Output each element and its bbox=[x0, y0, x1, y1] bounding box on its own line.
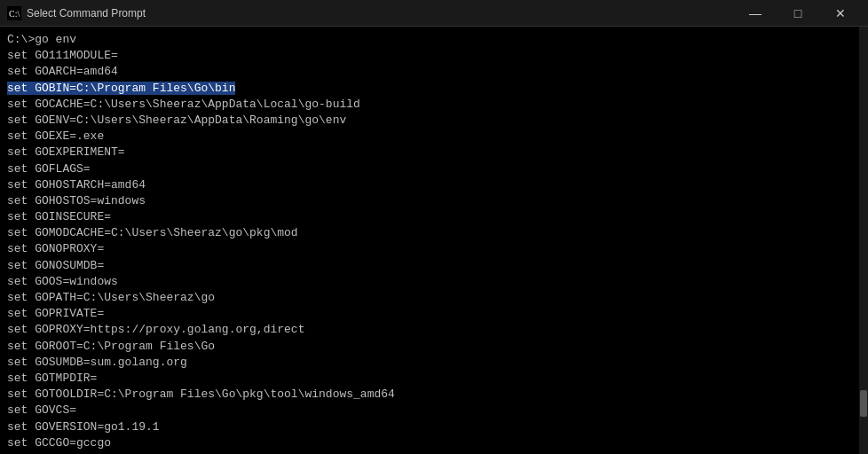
title-bar: C:\ Select Command Prompt — □ ✕ bbox=[0, 0, 868, 27]
terminal-line: set GOTOOLDIR=C:\Program Files\Go\pkg\to… bbox=[7, 387, 861, 403]
terminal-line: set GOEXE=.exe bbox=[7, 129, 861, 145]
terminal-line: set GOCACHE=C:\Users\Sheeraz\AppData\Loc… bbox=[7, 97, 861, 113]
scrollbar[interactable] bbox=[859, 27, 868, 454]
terminal-output: C:\>go envset GO111MODULE=set GOARCH=amd… bbox=[7, 32, 861, 454]
minimize-button[interactable]: — bbox=[735, 0, 776, 27]
terminal-line: set GOMODCACHE=C:\Users\Sheeraz\go\pkg\m… bbox=[7, 225, 861, 241]
terminal-line: set GOEXPERIMENT= bbox=[7, 145, 861, 160]
window-title: Select Command Prompt bbox=[27, 7, 146, 20]
terminal-line: set GOPATH=C:\Users\Sheeraz\go bbox=[7, 290, 861, 306]
terminal-line: set GO111MODULE= bbox=[7, 48, 861, 64]
title-controls: — □ ✕ bbox=[735, 0, 861, 27]
terminal-line: set GCCGO=gccgo bbox=[7, 435, 861, 451]
highlighted-text: set GOBIN=C:\Program Files\Go\bin bbox=[7, 82, 235, 95]
terminal-line: set GOENV=C:\Users\Sheeraz\AppData\Roami… bbox=[7, 113, 861, 129]
terminal-line: C:\>go env bbox=[7, 32, 861, 48]
svg-text:C:\: C:\ bbox=[9, 9, 20, 19]
terminal-line: set GOARCH=amd64 bbox=[7, 64, 861, 80]
title-left: C:\ Select Command Prompt bbox=[7, 6, 146, 20]
terminal-line: set GOVCS= bbox=[7, 403, 861, 419]
terminal-icon: C:\ bbox=[7, 6, 21, 20]
maximize-button[interactable]: □ bbox=[777, 0, 818, 27]
terminal-line: set GOBIN=C:\Program Files\Go\bin bbox=[7, 81, 861, 97]
terminal-line: set GONOSUMDB= bbox=[7, 258, 861, 274]
terminal-line: set GOROOT=C:\Program Files\Go bbox=[7, 339, 861, 355]
terminal-line: set GOFLAGS= bbox=[7, 161, 861, 177]
terminal-line: set GOINSECURE= bbox=[7, 209, 861, 225]
terminal-line: set GOVERSION=go1.19.1 bbox=[7, 419, 861, 435]
terminal-line: set GOHOSTARCH=amd64 bbox=[7, 177, 861, 193]
terminal-body: C:\>go envset GO111MODULE=set GOARCH=amd… bbox=[0, 27, 868, 454]
terminal-line: set GOOS=windows bbox=[7, 274, 861, 290]
terminal-line: set GOHOSTOS=windows bbox=[7, 193, 861, 209]
terminal-line: set GOTMPDIR= bbox=[7, 371, 861, 387]
terminal-line: set GONOPROXY= bbox=[7, 241, 861, 257]
terminal-line: set GOPRIVATE= bbox=[7, 306, 861, 322]
terminal-line: set GOSUMDB=sum.golang.org bbox=[7, 355, 861, 371]
close-button[interactable]: ✕ bbox=[820, 0, 861, 27]
scrollbar-thumb[interactable] bbox=[860, 390, 867, 417]
terminal-line: set GOPROXY=https://proxy.golang.org,dir… bbox=[7, 322, 861, 338]
